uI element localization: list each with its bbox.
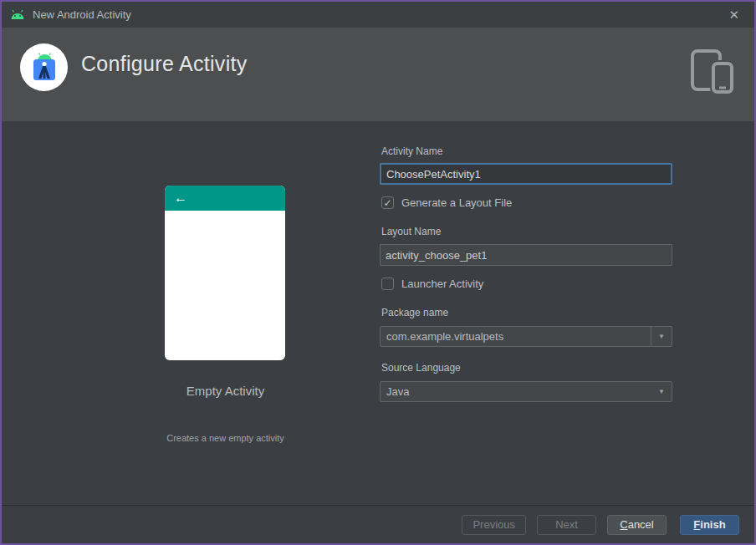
window-title: New Android Activity bbox=[33, 8, 131, 21]
layout-name-label: Layout Name bbox=[381, 226, 441, 237]
generate-layout-label: Generate a Layout File bbox=[401, 196, 512, 209]
package-name-combobox[interactable]: com.example.virtualpets ▼ bbox=[380, 326, 672, 347]
android-head-icon bbox=[10, 9, 25, 20]
source-language-value: Java bbox=[381, 385, 651, 398]
page-title: Configure Activity bbox=[81, 52, 248, 76]
wizard-header: Configure Activity bbox=[2, 28, 754, 121]
dialog-footer: Previous Next Cancel Finish bbox=[2, 505, 754, 543]
chevron-down-icon[interactable]: ▼ bbox=[651, 382, 672, 401]
back-arrow-icon: ← bbox=[174, 191, 187, 206]
dialog-titlebar[interactable]: New Android Activity ✕ bbox=[2, 2, 754, 28]
package-name-label: Package name bbox=[381, 307, 448, 318]
generate-layout-checkbox[interactable]: ✓ bbox=[381, 196, 394, 209]
source-language-label: Source Language bbox=[381, 362, 461, 374]
preview-appbar: ← bbox=[165, 186, 285, 211]
new-android-activity-dialog: New Android Activity ✕ Configure Activit… bbox=[0, 0, 756, 545]
launcher-activity-checkbox[interactable] bbox=[381, 278, 394, 290]
android-studio-logo bbox=[20, 43, 68, 91]
android-studio-logo-icon bbox=[28, 51, 61, 84]
previous-button[interactable]: Previous bbox=[462, 515, 526, 535]
launcher-activity-label: Launcher Activity bbox=[401, 278, 483, 290]
generate-layout-row[interactable]: ✓ Generate a Layout File bbox=[381, 196, 512, 209]
activity-name-label: Activity Name bbox=[381, 145, 442, 157]
finish-button[interactable]: Finish bbox=[680, 515, 739, 535]
layout-name-input[interactable] bbox=[380, 244, 672, 266]
launcher-activity-row[interactable]: Launcher Activity bbox=[381, 278, 483, 290]
close-icon[interactable]: ✕ bbox=[722, 7, 746, 23]
preview-description: Creates a new empty activity bbox=[127, 433, 324, 443]
package-name-value: com.example.virtualpets bbox=[381, 330, 651, 343]
activity-preview-card: ← bbox=[165, 186, 285, 360]
tablet-phone-icon bbox=[689, 48, 736, 94]
preview-title: Empty Activity bbox=[135, 384, 315, 398]
source-language-combobox[interactable]: Java ▼ bbox=[380, 381, 672, 402]
activity-name-input[interactable] bbox=[380, 163, 672, 185]
next-button[interactable]: Next bbox=[537, 515, 596, 535]
check-icon: ✓ bbox=[383, 198, 391, 208]
chevron-down-icon[interactable]: ▼ bbox=[651, 327, 672, 346]
cancel-button[interactable]: Cancel bbox=[607, 515, 667, 535]
